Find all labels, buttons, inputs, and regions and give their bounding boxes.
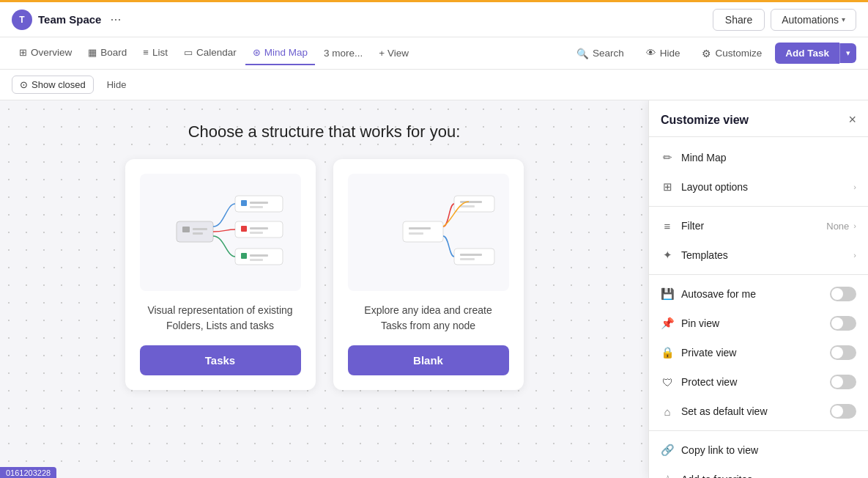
autosave-toggle[interactable] bbox=[830, 287, 856, 301]
top-bar-right: Share Automations ▾ bbox=[713, 9, 856, 31]
svg-rect-17 bbox=[409, 227, 431, 229]
tasks-mindmap-svg bbox=[147, 181, 294, 284]
tasks-card-preview bbox=[140, 174, 301, 291]
calendar-icon: ▭ bbox=[184, 47, 193, 58]
main-content: Choose a structure that works for you: bbox=[0, 100, 648, 390]
tasks-card-button[interactable]: Tasks bbox=[140, 345, 301, 375]
filter-icon: ≡ bbox=[661, 220, 674, 232]
gear-icon: ⚙ bbox=[702, 48, 711, 59]
defaultview-label: Set as default view bbox=[681, 405, 768, 417]
chevron-down-icon: ▾ bbox=[842, 15, 845, 23]
svg-rect-5 bbox=[241, 200, 247, 206]
hide-button[interactable]: 👁 Hide bbox=[637, 43, 689, 63]
panel-item-favorites[interactable]: ☆ Add to favorites bbox=[649, 465, 868, 478]
tasks-card-desc: Visual representation of existing Folder… bbox=[147, 303, 292, 334]
divider-3 bbox=[649, 430, 868, 431]
panel-item-templates[interactable]: ✦ Templates › bbox=[649, 240, 868, 270]
add-task-button[interactable]: Add Task bbox=[775, 43, 839, 64]
panel-body: ✏ Mind Map ⊞ Layout options › ≡ Filter bbox=[649, 137, 868, 478]
eye-icon: 👁 bbox=[646, 48, 656, 59]
protectview-label: Protect view bbox=[681, 376, 737, 388]
more-tabs-button[interactable]: 3 more... bbox=[316, 42, 370, 65]
main-area: Choose a structure that works for you: bbox=[0, 100, 868, 478]
templates-icon: ✦ bbox=[661, 249, 674, 262]
clock-icon: ⊙ bbox=[20, 79, 28, 90]
add-task-group: Add Task ▾ bbox=[775, 43, 856, 64]
add-view-button[interactable]: + View bbox=[371, 42, 416, 65]
panel-item-filter[interactable]: ≡ Filter None › bbox=[649, 211, 868, 240]
mindmap-icon: ⊛ bbox=[253, 47, 261, 58]
top-bar: T Team Space ··· Share Automations ▾ bbox=[0, 2, 868, 37]
tab-board[interactable]: ▦ Board bbox=[81, 41, 134, 65]
svg-rect-19 bbox=[454, 196, 494, 212]
svg-rect-14 bbox=[250, 254, 268, 257]
pin-icon: 📌 bbox=[661, 317, 674, 330]
protectview-toggle[interactable] bbox=[830, 375, 856, 389]
hide-sub-button[interactable]: Hide bbox=[100, 76, 134, 93]
panel-item-protectview[interactable]: 🛡 Protect view bbox=[649, 367, 868, 397]
templates-label: Templates bbox=[681, 249, 728, 261]
svg-rect-24 bbox=[460, 258, 475, 260]
svg-rect-9 bbox=[241, 226, 247, 232]
tab-calendar[interactable]: ▭ Calendar bbox=[177, 41, 244, 65]
blank-card-button[interactable]: Blank bbox=[348, 345, 509, 375]
layout-icon: ⊞ bbox=[661, 180, 674, 194]
show-closed-button[interactable]: ⊙ Show closed bbox=[12, 76, 94, 94]
search-icon: 🔍 bbox=[576, 48, 589, 59]
search-button[interactable]: 🔍 Search bbox=[568, 43, 633, 64]
star-icon: ☆ bbox=[661, 473, 674, 478]
divider-1 bbox=[649, 206, 868, 207]
add-task-dropdown-button[interactable]: ▾ bbox=[839, 43, 856, 63]
svg-rect-0 bbox=[177, 221, 213, 242]
svg-rect-18 bbox=[409, 232, 423, 235]
autosave-label: Autosave for me bbox=[681, 288, 756, 300]
panel-item-copylink[interactable]: 🔗 Copy link to view bbox=[649, 435, 868, 465]
svg-rect-21 bbox=[460, 205, 475, 207]
tab-list[interactable]: ≡ List bbox=[136, 41, 175, 65]
pinview-label: Pin view bbox=[681, 317, 719, 329]
panel-item-privateview[interactable]: 🔒 Private view bbox=[649, 338, 868, 367]
favorites-label: Add to favorites bbox=[681, 474, 752, 478]
lock-icon: 🔒 bbox=[661, 346, 674, 359]
panel-item-mindmap[interactable]: ✏ Mind Map bbox=[649, 143, 868, 172]
choose-title: Choose a structure that works for you: bbox=[188, 122, 461, 141]
svg-rect-2 bbox=[193, 228, 207, 230]
pinview-toggle[interactable] bbox=[830, 316, 856, 331]
panel-title: Customize view bbox=[661, 114, 749, 127]
home-icon: ⌂ bbox=[661, 405, 674, 418]
svg-rect-3 bbox=[193, 232, 203, 235]
panel-item-layout[interactable]: ⊞ Layout options › bbox=[649, 172, 868, 202]
share-button[interactable]: Share bbox=[713, 9, 765, 31]
team-name: Team Space bbox=[38, 13, 101, 26]
svg-rect-16 bbox=[403, 221, 443, 242]
chevron-right-icon: › bbox=[853, 183, 856, 191]
customize-button[interactable]: ⚙ Customize bbox=[693, 43, 771, 64]
cards-row: Visual representation of existing Folder… bbox=[125, 159, 524, 390]
svg-rect-15 bbox=[250, 259, 263, 261]
nav-actions: 🔍 Search 👁 Hide ⚙ Customize Add Task ▾ bbox=[568, 43, 856, 64]
svg-rect-11 bbox=[250, 232, 263, 234]
shield-icon: 🛡 bbox=[661, 376, 674, 389]
privateview-toggle[interactable] bbox=[830, 345, 856, 360]
panel-item-autosave[interactable]: 💾 Autosave for me bbox=[649, 279, 868, 309]
tab-mindmap[interactable]: ⊛ Mind Map bbox=[245, 41, 315, 65]
blank-card-preview bbox=[348, 174, 509, 291]
nav-tabs: ⊞ Overview ▦ Board ≡ List ▭ Calendar ⊛ M… bbox=[0, 37, 868, 70]
close-panel-button[interactable]: × bbox=[848, 112, 856, 128]
defaultview-toggle[interactable] bbox=[830, 404, 856, 419]
save-icon: 💾 bbox=[661, 287, 674, 301]
ellipsis-button[interactable]: ··· bbox=[107, 10, 124, 29]
filter-value: None bbox=[826, 221, 849, 232]
list-icon: ≡ bbox=[143, 47, 149, 58]
tab-overview[interactable]: ⊞ Overview bbox=[12, 41, 79, 65]
overview-icon: ⊞ bbox=[19, 47, 27, 58]
panel-item-defaultview[interactable]: ⌂ Set as default view bbox=[649, 397, 868, 426]
copylink-label: Copy link to view bbox=[681, 444, 758, 456]
automations-button[interactable]: Automations ▾ bbox=[771, 9, 856, 31]
layout-label: Layout options bbox=[681, 181, 748, 193]
pencil-icon: ✏ bbox=[661, 151, 674, 164]
blank-card-desc: Explore any idea and create Tasks from a… bbox=[364, 303, 492, 334]
panel-header: Customize view × bbox=[649, 100, 868, 137]
divider-2 bbox=[649, 274, 868, 275]
panel-item-pinview[interactable]: 📌 Pin view bbox=[649, 309, 868, 338]
